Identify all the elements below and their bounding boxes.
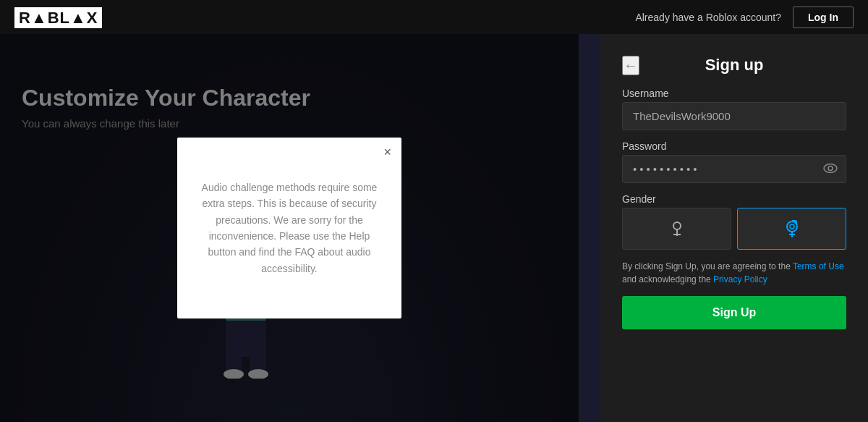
gender-buttons — [622, 208, 846, 250]
username-label: Username — [622, 88, 846, 99]
already-account-text: Already have a Roblox account? — [635, 12, 781, 23]
password-wrapper — [622, 155, 846, 183]
gender-group: Gender — [622, 193, 846, 250]
svg-point-13 — [824, 164, 837, 172]
modal-close-button[interactable]: × — [383, 145, 391, 160]
terms-of-use-link[interactable]: Terms of Use — [793, 261, 844, 271]
svg-point-18 — [787, 221, 797, 232]
header: R▲BL▲X Already have a Roblox account? Lo… — [0, 0, 868, 34]
username-input[interactable] — [622, 102, 846, 130]
back-button[interactable]: ← — [622, 56, 639, 75]
modal-overlay: × Audio challenge methods require some e… — [0, 34, 579, 422]
gender-female-button[interactable] — [737, 208, 846, 250]
svg-rect-17 — [673, 234, 681, 235]
password-group: Password — [622, 140, 846, 183]
terms-middle: and acknowledging the — [622, 274, 713, 284]
gender-label: Gender — [622, 193, 846, 205]
login-button[interactable]: Log In — [793, 7, 854, 28]
privacy-policy-link[interactable]: Privacy Policy — [713, 274, 767, 284]
right-panel: ← Sign up Username Password Gender — [600, 34, 868, 422]
signup-title: Sign up — [705, 56, 764, 75]
signup-button[interactable]: Sign Up — [622, 296, 846, 329]
terms-text: By clicking Sign Up, you are agreeing to… — [622, 260, 846, 286]
password-label: Password — [622, 140, 846, 152]
toggle-password-icon[interactable] — [823, 161, 838, 177]
modal-message: Audio challenge methods require some ext… — [195, 180, 384, 277]
signup-header: ← Sign up — [622, 56, 846, 75]
terms-prefix: By clicking Sign Up, you are agreeing to… — [622, 261, 793, 271]
logo: R▲BL▲X — [14, 7, 102, 28]
svg-point-19 — [790, 224, 794, 229]
svg-point-15 — [673, 222, 681, 229]
password-input[interactable] — [622, 155, 846, 183]
username-group: Username — [622, 88, 846, 130]
gender-male-button[interactable] — [622, 208, 731, 250]
svg-point-14 — [828, 166, 833, 170]
header-right: Already have a Roblox account? Log In — [635, 7, 854, 28]
audio-challenge-modal: × Audio challenge methods require some e… — [177, 138, 401, 318]
